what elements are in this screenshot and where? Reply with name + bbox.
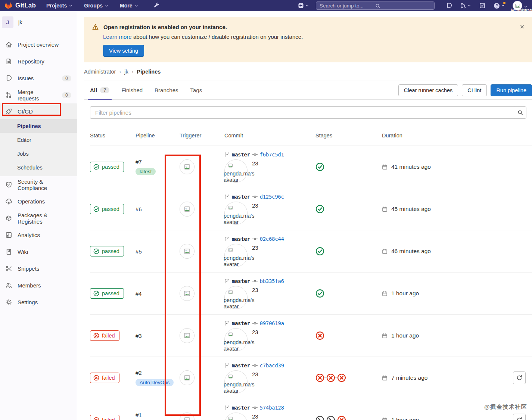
ci-lint-button[interactable]: CI lint — [462, 84, 487, 96]
triggerer-avatar[interactable] — [180, 202, 195, 217]
stage-failed-icon[interactable] — [337, 373, 346, 382]
filter-pipelines-input[interactable] — [90, 106, 514, 119]
pipeline-id-link[interactable]: #5 — [136, 248, 142, 255]
pipeline-id-link[interactable]: #1 — [136, 412, 142, 418]
sidebar-item-security-compliance[interactable]: Security & Compliance — [0, 176, 77, 193]
filter-search-button[interactable] — [514, 106, 526, 119]
breadcrumb-item-administrator[interactable]: Administrator — [84, 69, 116, 75]
committer-avatar[interactable]: pengda.ma's avatar — [224, 244, 248, 267]
issues-nav-icon[interactable] — [446, 3, 452, 9]
triggerer-avatar[interactable] — [180, 328, 195, 343]
help-nav-icon[interactable] — [494, 3, 505, 9]
view-setting-button[interactable]: View setting — [103, 45, 144, 57]
sidebar-item-ci-cd[interactable]: CI/CD — [0, 103, 77, 119]
stage-failed-icon[interactable] — [315, 373, 324, 382]
commit-sha-link[interactable]: bb335fa6 — [260, 278, 284, 284]
status-badge[interactable]: passed — [90, 162, 124, 172]
commit-message-link[interactable]: 23 — [252, 413, 258, 420]
tab-finished[interactable]: Finished — [115, 81, 149, 99]
sidebar-item-operations[interactable]: Operations — [0, 193, 77, 210]
stage-failed-icon[interactable] — [337, 416, 346, 420]
commit-sha-link[interactable]: 02c68c44 — [260, 236, 284, 242]
commit-sha-link[interactable]: c7bacd39 — [260, 363, 284, 368]
navbar-menu-more[interactable]: More — [120, 3, 138, 9]
committer-avatar[interactable]: pengda.ma's avatar — [224, 328, 248, 351]
commit-message-link[interactable]: 23 — [252, 371, 258, 377]
branch-link[interactable]: master — [232, 363, 250, 368]
status-badge[interactable]: failed — [90, 330, 119, 341]
sidebar-item-merge-requests[interactable]: Merge requests 0 — [0, 87, 77, 103]
commit-message-link[interactable]: 23 — [252, 245, 258, 251]
status-badge[interactable]: failed — [90, 373, 119, 383]
sidebar-item-snippets[interactable]: Snippets — [0, 260, 77, 277]
sidebar-item-settings[interactable]: Settings — [0, 294, 77, 311]
sidebar-subitem-pipelines[interactable]: Pipelines — [0, 119, 77, 133]
clear-runner-caches-button[interactable]: Clear runner caches — [398, 84, 458, 96]
tab-all[interactable]: All 7 — [84, 81, 115, 99]
stage-skipped-icon[interactable] — [326, 416, 335, 420]
pipeline-id-link[interactable]: #7 — [136, 159, 142, 165]
status-badge[interactable]: passed — [90, 288, 124, 299]
tab-tags[interactable]: Tags — [184, 81, 208, 99]
stage-passed-icon[interactable] — [315, 289, 324, 298]
branch-link[interactable]: master — [232, 152, 250, 158]
status-badge[interactable]: failed — [90, 415, 119, 420]
sidebar-subitem-jobs[interactable]: Jobs — [0, 147, 77, 161]
pipeline-id-link[interactable]: #3 — [136, 333, 142, 339]
pipeline-id-link[interactable]: #2 — [136, 370, 142, 376]
commit-sha-link[interactable]: 574ba128 — [260, 405, 284, 411]
retry-pipeline-button[interactable] — [513, 371, 526, 384]
commit-message-link[interactable]: 23 — [252, 160, 258, 167]
sidebar-item-wiki[interactable]: Wiki — [0, 243, 77, 260]
stage-passed-icon[interactable] — [315, 162, 324, 171]
triggerer-avatar[interactable] — [180, 370, 195, 385]
run-pipeline-button[interactable]: Run pipeline — [491, 84, 532, 96]
sidebar-item-repository[interactable]: Repository — [0, 53, 77, 70]
branch-link[interactable]: master — [232, 278, 250, 284]
branch-link[interactable]: master — [232, 194, 250, 200]
navbar-menu-groups[interactable]: Groups — [84, 3, 109, 9]
commit-message-link[interactable]: 23 — [252, 329, 258, 335]
committer-avatar[interactable]: pengda.ma's avatar — [224, 202, 248, 225]
stage-failed-icon[interactable] — [315, 331, 324, 340]
triggerer-avatar[interactable] — [180, 413, 195, 420]
learn-more-link[interactable]: Learn more — [103, 34, 132, 40]
sidebar-item-analytics[interactable]: Analytics — [0, 227, 77, 243]
merge-requests-nav-icon[interactable] — [460, 3, 471, 9]
stage-passed-icon[interactable] — [315, 205, 324, 214]
todos-nav-icon[interactable] — [479, 3, 485, 9]
stage-skipped-icon[interactable] — [315, 416, 324, 420]
brand-name[interactable]: GitLab — [15, 2, 36, 9]
triggerer-avatar[interactable] — [180, 244, 195, 259]
sidebar-item-project-overview[interactable]: Project overview — [0, 36, 77, 53]
project-header[interactable]: J jk — [0, 11, 77, 33]
stage-passed-icon[interactable] — [315, 247, 324, 256]
committer-avatar[interactable]: pengda.ma's avatar — [224, 413, 248, 420]
committer-avatar[interactable]: pengda.ma's avatar — [224, 286, 248, 309]
status-badge[interactable]: passed — [90, 246, 124, 256]
breadcrumb-item-pipelines[interactable]: Pipelines — [137, 69, 161, 75]
user-menu[interactable]: Administrator — [513, 0, 528, 11]
tab-branches[interactable]: Branches — [149, 81, 184, 99]
commit-sha-link[interactable]: d125c96c — [260, 194, 284, 200]
sidebar-subitem-editor[interactable]: Editor — [0, 133, 77, 147]
retry-pipeline-button[interactable] — [513, 414, 526, 420]
stage-failed-icon[interactable] — [326, 373, 335, 382]
commit-message-link[interactable]: 23 — [252, 287, 258, 293]
branch-link[interactable]: master — [232, 405, 250, 411]
triggerer-avatar[interactable] — [180, 286, 195, 301]
committer-avatar[interactable]: pengda.ma's avatar — [224, 159, 248, 183]
commit-message-link[interactable]: 23 — [252, 202, 258, 209]
sidebar-item-members[interactable]: Members — [0, 277, 77, 294]
sidebar-item-issues[interactable]: Issues 0 — [0, 70, 77, 87]
commit-sha-link[interactable]: 0970619a — [260, 320, 284, 326]
pipeline-id-link[interactable]: #6 — [136, 206, 142, 212]
pipeline-id-link[interactable]: #4 — [136, 290, 142, 297]
status-badge[interactable]: passed — [90, 204, 124, 214]
navbar-menu-projects[interactable]: Projects — [46, 3, 73, 9]
sidebar-subitem-schedules[interactable]: Schedules — [0, 161, 77, 174]
admin-wrench-icon[interactable] — [154, 3, 160, 9]
triggerer-avatar[interactable] — [180, 159, 195, 174]
new-menu-button[interactable] — [298, 3, 309, 9]
branch-link[interactable]: master — [232, 236, 250, 242]
